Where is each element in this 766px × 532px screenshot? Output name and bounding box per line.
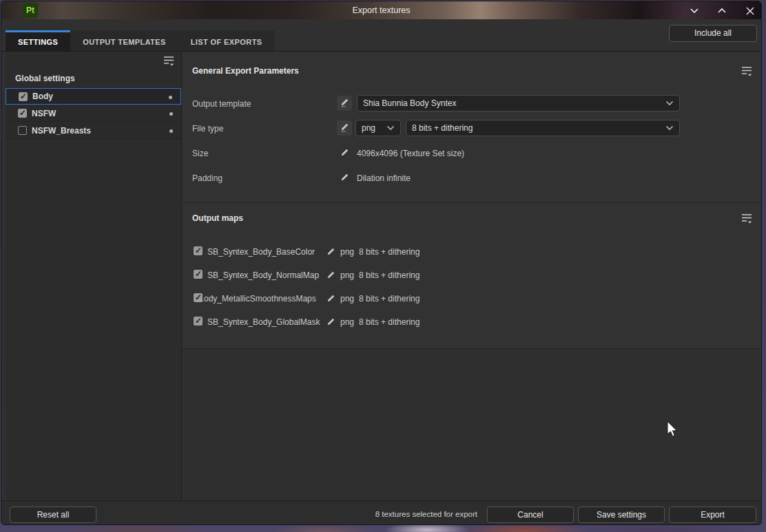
export-parameters-panel: General Export Parameters Output templat… <box>182 52 761 500</box>
footer-bar: Reset all 8 textures selected for export… <box>1 500 761 524</box>
pencil-icon <box>326 272 335 282</box>
padding-label: Padding <box>192 173 222 183</box>
texture-set-checkbox[interactable] <box>19 92 28 101</box>
output-map-checkbox[interactable] <box>194 317 203 326</box>
output-map-row: SB_Syntex_Body_BaseColor png 8 bits + di… <box>182 246 761 258</box>
output-map-format[interactable]: png <box>340 270 354 280</box>
modified-dot-icon <box>169 129 173 133</box>
tab-bar: SETTINGS OUTPUT TEMPLATES LIST OF EXPORT… <box>6 30 275 51</box>
chevron-down-icon <box>665 123 674 133</box>
pencil-icon <box>326 319 335 329</box>
size-value: 4096x4096 (Texture Set size) <box>357 149 464 158</box>
output-maps-title: Output maps <box>192 213 243 223</box>
export-textures-dialog: Pt Export textures SETTINGS OUTPUT TEMPL… <box>1 1 761 524</box>
pencil-icon <box>326 248 335 259</box>
filter-icon <box>741 215 752 226</box>
output-map-depth[interactable]: 8 bits + dithering <box>359 270 420 280</box>
output-map-name: SB_Syntex_Body_BaseColor <box>207 247 315 257</box>
window-title: Export textures <box>1 1 761 19</box>
maximize-button[interactable] <box>715 4 729 17</box>
edit-padding-button[interactable] <box>340 173 349 182</box>
cancel-button[interactable]: Cancel <box>487 507 574 523</box>
chevron-down-icon <box>687 7 701 14</box>
modified-dot-icon <box>169 112 173 116</box>
output-map-row: SB_Syntex_Body_NormalMap png 8 bits + di… <box>182 269 761 281</box>
file-type-label: File type <box>192 124 223 134</box>
bit-depth-value: 8 bits + dithering <box>412 123 473 133</box>
output-map-name: SB_Syntex_Body_GlobalMask <box>207 317 320 327</box>
include-all-button[interactable]: Include all <box>669 25 757 42</box>
divider <box>182 348 761 349</box>
tab-list-of-exports-label: LIST OF EXPORTS <box>191 38 262 46</box>
pencil-icon <box>340 174 349 184</box>
sidebar-section-title: Global settings <box>15 74 75 83</box>
texture-set-label: NSFW <box>32 109 56 118</box>
pencil-icon <box>340 149 349 160</box>
output-map-row: SB_Syntex_Body_GlobalMask png 8 bits + d… <box>182 316 761 328</box>
chevron-up-icon <box>715 7 729 14</box>
edit-file-type-button[interactable] <box>337 120 352 136</box>
texture-set-checkbox[interactable] <box>18 126 27 135</box>
tab-output-templates-label: OUTPUT TEMPLATES <box>83 38 165 46</box>
texture-set-row-nsfw-breasts[interactable]: NSFW_Breasts <box>6 123 181 139</box>
output-map-depth[interactable]: 8 bits + dithering <box>359 247 420 257</box>
edit-output-map-button[interactable] <box>326 317 335 327</box>
output-map-checkbox[interactable] <box>194 270 203 279</box>
size-label: Size <box>192 149 208 158</box>
edit-output-template-button[interactable] <box>337 96 352 111</box>
texture-set-label: Body <box>32 92 53 101</box>
general-parameters-title: General Export Parameters <box>192 66 299 76</box>
texture-set-label: NSFW_Breasts <box>32 126 91 136</box>
texture-set-sidebar: Global settings Body NSFW NSFW_Breasts <box>6 52 181 500</box>
edit-output-map-button[interactable] <box>326 270 335 280</box>
filter-icon <box>163 58 174 68</box>
output-map-checkbox[interactable] <box>194 246 203 255</box>
modified-dot-icon <box>169 96 172 99</box>
file-format-value: png <box>362 123 375 133</box>
texture-set-row-nsfw[interactable]: NSFW <box>6 105 181 122</box>
tab-settings-label: SETTINGS <box>18 38 58 46</box>
output-map-depth[interactable]: 8 bits + dithering <box>359 317 420 327</box>
general-parameters-menu-button[interactable] <box>741 66 752 78</box>
empty-area <box>182 349 761 500</box>
pencil-icon <box>326 295 335 306</box>
output-template-dropdown[interactable]: Shia Bunnia Body Syntex <box>357 95 680 111</box>
export-button[interactable]: Export <box>669 507 756 523</box>
edit-output-map-button[interactable] <box>326 247 335 257</box>
save-settings-button[interactable]: Save settings <box>578 507 665 523</box>
pencil-icon <box>340 123 349 134</box>
pencil-icon <box>340 98 349 109</box>
reset-all-button[interactable]: Reset all <box>10 507 96 523</box>
filter-icon <box>741 68 752 78</box>
texture-set-row-body[interactable]: Body <box>6 88 181 105</box>
output-map-row: ...ody_MetallicSmoothnessMaps png 8 bits… <box>182 292 761 305</box>
tab-output-templates[interactable]: OUTPUT TEMPLATES <box>70 30 178 51</box>
file-format-dropdown[interactable]: png <box>355 120 401 136</box>
padding-value: Dilation infinite <box>357 173 411 183</box>
output-map-name: SB_Syntex_Body_NormalMap <box>207 270 319 280</box>
sidebar-filter-menu-button[interactable] <box>163 56 174 68</box>
output-map-format[interactable]: png <box>340 317 354 327</box>
output-template-label: Output template <box>192 99 251 109</box>
output-map-format[interactable]: png <box>340 294 354 304</box>
output-maps-menu-button[interactable] <box>741 213 752 226</box>
edit-output-map-button[interactable] <box>326 294 335 304</box>
tab-list-of-exports[interactable]: LIST OF EXPORTS <box>178 30 275 51</box>
texture-set-checkbox[interactable] <box>18 109 27 118</box>
output-template-value: Shia Bunnia Body Syntex <box>363 98 456 108</box>
close-icon <box>743 7 757 15</box>
divider <box>182 202 761 203</box>
edit-size-button[interactable] <box>340 148 349 158</box>
title-bar[interactable]: Pt Export textures <box>1 1 761 19</box>
chevron-down-icon <box>665 98 674 108</box>
minimize-button[interactable] <box>687 4 701 17</box>
output-map-depth[interactable]: 8 bits + dithering <box>359 294 420 304</box>
output-map-name: ...ody_MetallicSmoothnessMaps <box>197 294 316 304</box>
chevron-down-icon <box>386 123 395 133</box>
tab-settings[interactable]: SETTINGS <box>6 30 70 51</box>
close-button[interactable] <box>743 4 757 17</box>
bit-depth-dropdown[interactable]: 8 bits + dithering <box>406 120 680 136</box>
output-map-format[interactable]: png <box>340 247 354 257</box>
export-status-text: 8 textures selected for export <box>375 510 477 518</box>
